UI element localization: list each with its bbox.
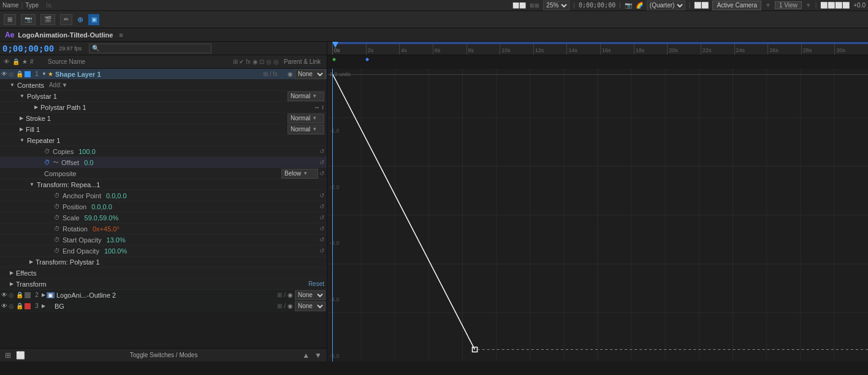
fill1-blend-dropdown[interactable]: Normal ▼ [287,125,324,134]
transform-repeat-expand[interactable] [29,182,34,187]
offset-reset-icon[interactable]: ↺ [319,159,324,166]
copies-stopwatch[interactable]: ⏱ [44,148,53,155]
add-dropdown[interactable]: ▼ [62,82,68,88]
stroke1-label: Stroke 1 [26,115,51,122]
view-count-label: 1 View [775,1,802,9]
parent-link-select-2[interactable]: None [295,290,326,300]
scale-value[interactable]: 59.0,59.0% [85,214,119,222]
rotation-value[interactable]: 0x+45.0° [93,225,120,233]
polystar1-blend-dropdown[interactable]: Normal ▼ [287,91,324,101]
layer-row-3[interactable]: 👁 ◎ 🔒 3 BG ⊞ / ◉ None [0,301,327,312]
position-stopwatch[interactable]: ⏱ [54,203,63,210]
rotation-stopwatch[interactable]: ⏱ [54,225,63,232]
end-opacity-reset[interactable]: ↺ [319,247,324,254]
parent-link-select-3[interactable]: None [295,301,326,311]
layer-type-icon-2: ▣ [47,292,55,298]
visibility-eye-2[interactable]: 👁 [1,292,9,298]
copies-value[interactable]: 100.0 [78,148,96,155]
new-comp-button[interactable]: ⊞ [4,14,16,25]
rotation-reset[interactable]: ↺ [319,225,324,232]
scale-stopwatch[interactable]: ⏱ [54,214,63,221]
parent-link-select-1[interactable]: None [295,69,326,79]
contents-expand[interactable] [10,82,15,88]
effects-expand[interactable] [10,270,13,276]
svg-rect-21 [473,347,478,352]
add-comp-icon[interactable]: ⊞ [5,351,11,360]
bottom-bar-left: ⊞ ⬜ Toggle Switches / Modes ▲ ▼ [0,348,327,361]
expand-arrow-3[interactable] [42,303,45,309]
transform-reset-button[interactable]: Reset [308,280,324,287]
comp-menu-icon[interactable]: ≡ [119,31,123,39]
lock-icon-2[interactable]: 🔒 [16,292,23,298]
position-value[interactable]: 0.0,0.0 [91,203,112,211]
search-input[interactable] [89,44,211,53]
layer-name-2[interactable]: LogoAni...-Outline 2 [56,292,116,299]
transform-expand[interactable] [10,281,13,287]
draft-icon[interactable]: ⬜ [16,351,25,360]
current-timecode[interactable]: 0;00;00;00 [2,44,54,53]
start-opacity-row: ⏱ Start Opacity 13.0% ↺ [0,234,327,245]
stroke1-expand[interactable] [20,115,23,121]
color-label-3 [25,303,31,309]
layer-name-1[interactable]: Shape Layer 1 [55,71,101,78]
polystar1-expand[interactable] [20,93,25,99]
layer-row-2[interactable]: 👁 ◎ 🔒 2 ▣ LogoAni...-Outline 2 ⊞ / ◉ Non… [0,290,327,301]
zoom-select[interactable]: 25% [543,1,569,10]
offset-row: ⏱ 〜 Offset 0.0 ↺ [0,157,327,168]
repeater1-expand[interactable] [20,137,25,143]
polystar-path1-expand[interactable] [34,104,38,110]
graph-area[interactable]: 0.0 units -1.0 -2.0 -3.0 -4.0 -5.0 [327,69,868,361]
contents-row: Contents Add: ▼ [0,80,327,91]
transform-polystar-expand[interactable] [29,259,33,265]
render-button[interactable]: 🎬 [40,14,55,25]
shy-icon-3[interactable]: ◎ [9,303,16,309]
lock-icon-1[interactable]: 🔒 [16,71,23,77]
offset-stopwatch[interactable]: ⏱ [44,159,53,166]
step-icon[interactable]: ▼ [314,351,322,360]
anchor-value[interactable]: 0.0,0.0 [106,192,127,199]
offset-value[interactable]: 0.0 [84,159,93,166]
save-frame-button[interactable]: 📷 [21,14,36,25]
fill1-expand[interactable] [20,126,23,132]
fill1-blend: Normal ▼ [287,125,324,134]
scale-row: ⏱ Scale 59.0,59.0% ↺ [0,212,327,223]
playhead-triangle[interactable] [332,42,338,48]
play-icon[interactable]: ▲ [302,351,310,360]
lock-icon-3[interactable]: 🔒 [16,303,23,309]
layer-type-icon-3 [47,303,53,309]
layer-name-3[interactable]: BG [55,303,64,310]
shy-icon-1[interactable]: ◎ [9,71,16,77]
start-opacity-value[interactable]: 13.0% [107,236,126,244]
composite-row: Composite Below ▼ ↺ [0,168,327,179]
scale-reset[interactable]: ↺ [319,214,324,221]
switches-area: ⊞ ✔ fx ◉ ⊡ ◎ ◎ [233,58,279,65]
search-area [89,44,211,53]
composite-dropdown[interactable]: Below ▼ [281,169,318,179]
start-opacity-stopwatch[interactable]: ⏱ [54,236,63,243]
end-opacity-value[interactable]: 100.0% [104,247,127,255]
transform-label: Transform [16,280,47,288]
stroke1-blend-dropdown[interactable]: Normal ▼ [287,114,324,123]
camera-icon: 📷 [625,2,632,9]
start-opacity-reset[interactable]: ↺ [319,236,324,243]
anchor-stopwatch[interactable]: ⏱ [54,192,63,199]
layer-row-1[interactable]: 👁 ◎ 🔒 1 ★ Shape Layer 1 ⊞ / fx ◉ None [0,69,327,80]
expand-arrow-2[interactable] [42,292,45,298]
comp-panel-icon[interactable]: ▣ [88,14,99,25]
effects-row: Effects [0,268,327,279]
rotation-label: Rotation [63,225,88,233]
target-icon[interactable]: ⊕ [77,15,83,24]
toggle-switches-label[interactable]: Toggle Switches / Modes [130,352,198,358]
visibility-eye-1[interactable]: 👁 [1,71,9,77]
position-reset[interactable]: ↺ [319,203,324,210]
expand-arrow-1[interactable] [42,71,47,77]
anchor-reset[interactable]: ↺ [319,192,324,199]
mask-button[interactable]: ✏ [60,14,72,25]
view-mode-select[interactable]: (Quarter) [647,1,685,10]
shy-icon-2[interactable]: ◎ [9,292,16,298]
composite-reset[interactable]: ↺ [319,170,324,177]
copies-reset-icon[interactable]: ↺ [319,148,324,155]
end-opacity-stopwatch[interactable]: ⏱ [54,247,63,254]
layer-switches-2: ⊞ / ◉ None [277,290,326,300]
visibility-eye-3[interactable]: 👁 [1,303,9,309]
